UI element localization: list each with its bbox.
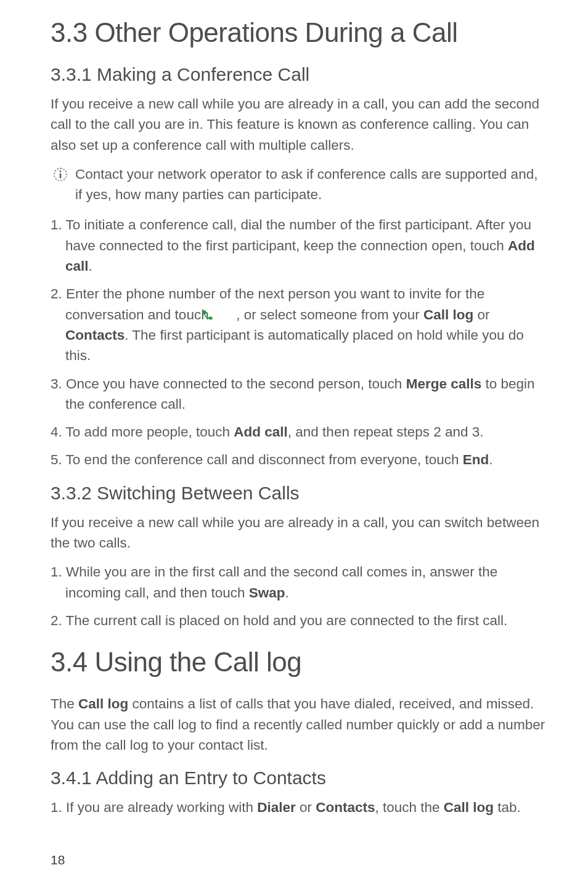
info-icon bbox=[53, 167, 68, 182]
step-3-3-2-1: 1. While you are in the first call and t… bbox=[51, 562, 546, 603]
bold-call-log-3: Call log bbox=[444, 800, 494, 815]
step-text: 5. To end the conference call and discon… bbox=[51, 452, 463, 467]
step-text: 1. If you are already working with bbox=[51, 800, 257, 815]
step-text-suffix: , and then repeat steps 2 and 3. bbox=[288, 424, 484, 440]
intro-paragraph-3-3-2: If you receive a new call while you are … bbox=[51, 512, 546, 554]
note-text: Contact your network operator to ask if … bbox=[75, 164, 546, 205]
step-3-3-1-5: 5. To end the conference call and discon… bbox=[51, 449, 546, 470]
step-text-suffix: tab. bbox=[494, 800, 521, 815]
note-block: Contact your network operator to ask if … bbox=[51, 164, 546, 205]
step-3-3-1-3: 3. Once you have connected to the second… bbox=[51, 374, 546, 415]
step-3-4-1-1: 1. If you are already working with Diale… bbox=[51, 797, 546, 817]
intro-prefix: The bbox=[51, 696, 78, 711]
bold-dialer: Dialer bbox=[257, 800, 296, 815]
step-text: 3. Once you have connected to the second… bbox=[51, 376, 406, 391]
step-text-mid2: , touch the bbox=[375, 800, 444, 815]
step-3-3-1-1: 1. To initiate a conference call, dial t… bbox=[51, 215, 546, 276]
subsection-heading-3-4-1: 3.4.1 Adding an Entry to Contacts bbox=[51, 768, 546, 789]
step-3-3-1-4: 4. To add more people, touch Add call, a… bbox=[51, 422, 546, 442]
step-text-mid1: or bbox=[296, 800, 316, 815]
step-text-suffix: . bbox=[89, 258, 92, 274]
step-text-mid1: , or select someone from your bbox=[232, 307, 423, 322]
intro-paragraph-3-4: The Call log contains a list of calls th… bbox=[51, 694, 546, 755]
step-3-3-1-2: 2. Enter the phone number of the next pe… bbox=[51, 284, 546, 366]
step-text: 4. To add more people, touch bbox=[51, 424, 234, 440]
subsection-heading-3-3-1: 3.3.1 Making a Conference Call bbox=[51, 64, 546, 85]
step-text-suffix: . bbox=[285, 585, 288, 600]
svg-rect-1 bbox=[60, 173, 62, 179]
svg-point-0 bbox=[59, 170, 61, 172]
bold-call-log-2: Call log bbox=[78, 696, 128, 711]
step-text-mid2: or bbox=[473, 307, 489, 322]
section-heading-3-3: 3.3 Other Operations During a Call bbox=[51, 17, 546, 48]
step-3-3-2-2: 2. The current call is placed on hold an… bbox=[51, 610, 546, 631]
bold-add-call-2: Add call bbox=[234, 424, 288, 440]
dial-icon bbox=[216, 306, 229, 319]
section-heading-3-4: 3.4 Using the Call log bbox=[51, 647, 546, 678]
page-number: 18 bbox=[51, 853, 65, 867]
bold-contacts-2: Contacts bbox=[316, 800, 375, 815]
step-text: 1. To initiate a conference call, dial t… bbox=[51, 217, 531, 253]
step-text-suffix: . The first participant is automatically… bbox=[65, 327, 524, 363]
subsection-heading-3-3-2: 3.3.2 Switching Between Calls bbox=[51, 483, 546, 504]
bold-call-log: Call log bbox=[423, 307, 473, 322]
bold-end: End bbox=[463, 452, 489, 467]
bold-swap: Swap bbox=[249, 585, 285, 600]
step-text-suffix: . bbox=[489, 452, 492, 467]
intro-paragraph-3-3-1: If you receive a new call while you are … bbox=[51, 94, 546, 155]
document-page: 3.3 Other Operations During a Call 3.3.1… bbox=[0, 0, 588, 881]
bold-contacts: Contacts bbox=[65, 327, 125, 343]
bold-merge-calls: Merge calls bbox=[406, 376, 482, 391]
